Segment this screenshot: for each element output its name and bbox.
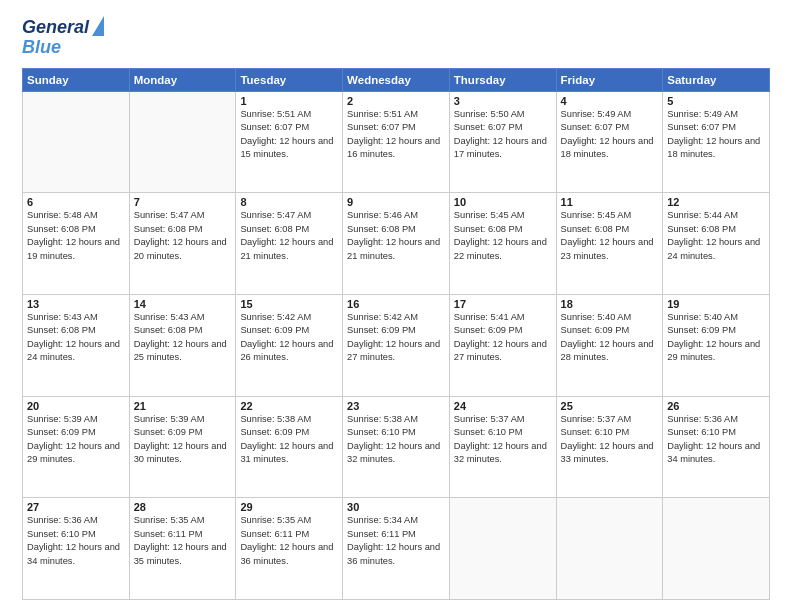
sun-info: Sunrise: 5:42 AMSunset: 6:09 PMDaylight:…	[240, 311, 338, 365]
sun-info: Sunrise: 5:44 AMSunset: 6:08 PMDaylight:…	[667, 209, 765, 263]
week-row-5: 27Sunrise: 5:36 AMSunset: 6:10 PMDayligh…	[23, 498, 770, 600]
day-number: 25	[561, 400, 659, 412]
weekday-header-wednesday: Wednesday	[343, 68, 450, 91]
weekday-header-thursday: Thursday	[449, 68, 556, 91]
weekday-header-monday: Monday	[129, 68, 236, 91]
day-number: 26	[667, 400, 765, 412]
day-number: 3	[454, 95, 552, 107]
day-cell: 19Sunrise: 5:40 AMSunset: 6:09 PMDayligh…	[663, 294, 770, 396]
day-cell: 29Sunrise: 5:35 AMSunset: 6:11 PMDayligh…	[236, 498, 343, 600]
day-cell: 24Sunrise: 5:37 AMSunset: 6:10 PMDayligh…	[449, 396, 556, 498]
day-number: 17	[454, 298, 552, 310]
logo-text2: Blue	[22, 38, 104, 58]
sun-info: Sunrise: 5:51 AMSunset: 6:07 PMDaylight:…	[347, 108, 445, 162]
sun-info: Sunrise: 5:49 AMSunset: 6:07 PMDaylight:…	[561, 108, 659, 162]
day-cell: 28Sunrise: 5:35 AMSunset: 6:11 PMDayligh…	[129, 498, 236, 600]
page: General Blue SundayMondayTuesdayWednesda…	[0, 0, 792, 612]
day-number: 9	[347, 196, 445, 208]
day-number: 13	[27, 298, 125, 310]
day-number: 16	[347, 298, 445, 310]
day-number: 28	[134, 501, 232, 513]
sun-info: Sunrise: 5:37 AMSunset: 6:10 PMDaylight:…	[561, 413, 659, 467]
sun-info: Sunrise: 5:43 AMSunset: 6:08 PMDaylight:…	[27, 311, 125, 365]
sun-info: Sunrise: 5:48 AMSunset: 6:08 PMDaylight:…	[27, 209, 125, 263]
week-row-3: 13Sunrise: 5:43 AMSunset: 6:08 PMDayligh…	[23, 294, 770, 396]
sun-info: Sunrise: 5:49 AMSunset: 6:07 PMDaylight:…	[667, 108, 765, 162]
day-cell: 15Sunrise: 5:42 AMSunset: 6:09 PMDayligh…	[236, 294, 343, 396]
day-cell: 27Sunrise: 5:36 AMSunset: 6:10 PMDayligh…	[23, 498, 130, 600]
day-number: 7	[134, 196, 232, 208]
week-row-4: 20Sunrise: 5:39 AMSunset: 6:09 PMDayligh…	[23, 396, 770, 498]
day-cell: 5Sunrise: 5:49 AMSunset: 6:07 PMDaylight…	[663, 91, 770, 193]
day-number: 5	[667, 95, 765, 107]
day-cell: 16Sunrise: 5:42 AMSunset: 6:09 PMDayligh…	[343, 294, 450, 396]
sun-info: Sunrise: 5:41 AMSunset: 6:09 PMDaylight:…	[454, 311, 552, 365]
sun-info: Sunrise: 5:38 AMSunset: 6:10 PMDaylight:…	[347, 413, 445, 467]
logo: General Blue	[22, 18, 104, 58]
day-cell	[449, 498, 556, 600]
day-number: 6	[27, 196, 125, 208]
sun-info: Sunrise: 5:36 AMSunset: 6:10 PMDaylight:…	[27, 514, 125, 568]
day-cell: 2Sunrise: 5:51 AMSunset: 6:07 PMDaylight…	[343, 91, 450, 193]
sun-info: Sunrise: 5:39 AMSunset: 6:09 PMDaylight:…	[27, 413, 125, 467]
day-cell: 18Sunrise: 5:40 AMSunset: 6:09 PMDayligh…	[556, 294, 663, 396]
day-cell: 10Sunrise: 5:45 AMSunset: 6:08 PMDayligh…	[449, 193, 556, 295]
sun-info: Sunrise: 5:40 AMSunset: 6:09 PMDaylight:…	[561, 311, 659, 365]
day-number: 21	[134, 400, 232, 412]
sun-info: Sunrise: 5:36 AMSunset: 6:10 PMDaylight:…	[667, 413, 765, 467]
day-number: 29	[240, 501, 338, 513]
sun-info: Sunrise: 5:46 AMSunset: 6:08 PMDaylight:…	[347, 209, 445, 263]
weekday-header-tuesday: Tuesday	[236, 68, 343, 91]
day-cell: 7Sunrise: 5:47 AMSunset: 6:08 PMDaylight…	[129, 193, 236, 295]
day-cell: 26Sunrise: 5:36 AMSunset: 6:10 PMDayligh…	[663, 396, 770, 498]
day-cell: 13Sunrise: 5:43 AMSunset: 6:08 PMDayligh…	[23, 294, 130, 396]
sun-info: Sunrise: 5:45 AMSunset: 6:08 PMDaylight:…	[561, 209, 659, 263]
sun-info: Sunrise: 5:51 AMSunset: 6:07 PMDaylight:…	[240, 108, 338, 162]
day-cell: 3Sunrise: 5:50 AMSunset: 6:07 PMDaylight…	[449, 91, 556, 193]
sun-info: Sunrise: 5:39 AMSunset: 6:09 PMDaylight:…	[134, 413, 232, 467]
sun-info: Sunrise: 5:50 AMSunset: 6:07 PMDaylight:…	[454, 108, 552, 162]
day-cell: 9Sunrise: 5:46 AMSunset: 6:08 PMDaylight…	[343, 193, 450, 295]
day-cell: 1Sunrise: 5:51 AMSunset: 6:07 PMDaylight…	[236, 91, 343, 193]
weekday-header-friday: Friday	[556, 68, 663, 91]
sun-info: Sunrise: 5:35 AMSunset: 6:11 PMDaylight:…	[134, 514, 232, 568]
day-number: 2	[347, 95, 445, 107]
day-number: 8	[240, 196, 338, 208]
day-cell: 17Sunrise: 5:41 AMSunset: 6:09 PMDayligh…	[449, 294, 556, 396]
logo-text: General	[22, 18, 89, 38]
day-number: 24	[454, 400, 552, 412]
day-number: 19	[667, 298, 765, 310]
day-cell	[663, 498, 770, 600]
day-cell: 30Sunrise: 5:34 AMSunset: 6:11 PMDayligh…	[343, 498, 450, 600]
day-cell	[129, 91, 236, 193]
calendar-table: SundayMondayTuesdayWednesdayThursdayFrid…	[22, 68, 770, 600]
day-number: 12	[667, 196, 765, 208]
day-cell: 21Sunrise: 5:39 AMSunset: 6:09 PMDayligh…	[129, 396, 236, 498]
day-cell	[23, 91, 130, 193]
logo-triangle-icon	[92, 16, 104, 36]
sun-info: Sunrise: 5:40 AMSunset: 6:09 PMDaylight:…	[667, 311, 765, 365]
day-number: 1	[240, 95, 338, 107]
weekday-header-row: SundayMondayTuesdayWednesdayThursdayFrid…	[23, 68, 770, 91]
day-cell: 14Sunrise: 5:43 AMSunset: 6:08 PMDayligh…	[129, 294, 236, 396]
day-cell: 4Sunrise: 5:49 AMSunset: 6:07 PMDaylight…	[556, 91, 663, 193]
day-number: 14	[134, 298, 232, 310]
day-number: 4	[561, 95, 659, 107]
day-cell: 20Sunrise: 5:39 AMSunset: 6:09 PMDayligh…	[23, 396, 130, 498]
day-number: 23	[347, 400, 445, 412]
day-cell: 11Sunrise: 5:45 AMSunset: 6:08 PMDayligh…	[556, 193, 663, 295]
week-row-2: 6Sunrise: 5:48 AMSunset: 6:08 PMDaylight…	[23, 193, 770, 295]
sun-info: Sunrise: 5:43 AMSunset: 6:08 PMDaylight:…	[134, 311, 232, 365]
sun-info: Sunrise: 5:37 AMSunset: 6:10 PMDaylight:…	[454, 413, 552, 467]
day-cell: 6Sunrise: 5:48 AMSunset: 6:08 PMDaylight…	[23, 193, 130, 295]
weekday-header-saturday: Saturday	[663, 68, 770, 91]
day-cell: 23Sunrise: 5:38 AMSunset: 6:10 PMDayligh…	[343, 396, 450, 498]
day-number: 30	[347, 501, 445, 513]
weekday-header-sunday: Sunday	[23, 68, 130, 91]
sun-info: Sunrise: 5:45 AMSunset: 6:08 PMDaylight:…	[454, 209, 552, 263]
day-cell: 25Sunrise: 5:37 AMSunset: 6:10 PMDayligh…	[556, 396, 663, 498]
week-row-1: 1Sunrise: 5:51 AMSunset: 6:07 PMDaylight…	[23, 91, 770, 193]
sun-info: Sunrise: 5:47 AMSunset: 6:08 PMDaylight:…	[134, 209, 232, 263]
day-cell: 22Sunrise: 5:38 AMSunset: 6:09 PMDayligh…	[236, 396, 343, 498]
day-number: 10	[454, 196, 552, 208]
